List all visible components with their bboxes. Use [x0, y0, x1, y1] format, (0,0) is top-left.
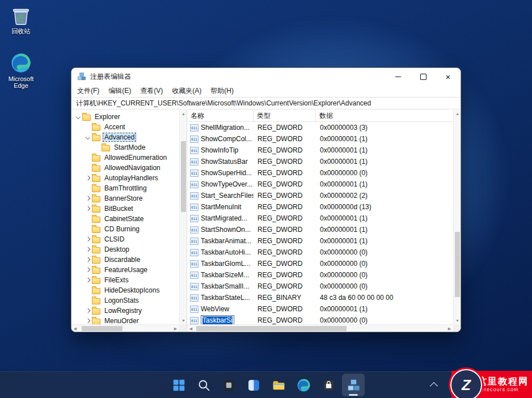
column-header-type[interactable]: 类型 — [254, 110, 316, 121]
tree-item[interactable]: Discardable — [71, 255, 179, 265]
tree-item[interactable]: Accent — [71, 122, 179, 132]
tree-chevron-icon[interactable] — [84, 205, 91, 213]
tree-chevron-icon[interactable] — [84, 185, 91, 192]
menu-item[interactable]: 编辑(E) — [108, 86, 131, 96]
tree-chevron-icon[interactable] — [84, 246, 91, 253]
tree-chevron-icon[interactable] — [84, 287, 91, 294]
menu-item[interactable]: 收藏夹(A) — [172, 86, 201, 96]
tree-item[interactable]: AutoplayHandlers — [71, 173, 179, 183]
tree-chevron-icon[interactable] — [74, 113, 82, 121]
title-bar[interactable]: 注册表编辑器 × — [71, 68, 461, 85]
tree-item[interactable]: BitBucket — [71, 204, 179, 214]
tree-item[interactable]: Advanced — [71, 132, 179, 142]
registry-value-row[interactable]: ShowStatusBar REG_DWORD 0x00000001 (1) — [187, 156, 453, 167]
maximize-button[interactable] — [411, 68, 436, 85]
address-bar[interactable]: 计算机\HKEY_CURRENT_USER\Software\Microsoft… — [71, 97, 461, 109]
rename-input[interactable]: TaskbarSi — [201, 315, 234, 324]
column-header-name[interactable]: 名称 — [187, 110, 254, 121]
tree-item[interactable]: CLSID — [71, 234, 179, 244]
tree-vertical-scrollbar[interactable]: ▲ ▼ — [179, 110, 187, 324]
tree-item[interactable]: HideDesktopIcons — [71, 285, 179, 295]
menu-item[interactable]: 文件(F) — [77, 86, 99, 96]
tree-item[interactable]: BannerStore — [71, 193, 179, 204]
tree-item[interactable]: AllowedNavigation — [71, 163, 179, 173]
registry-value-row[interactable]: ShowInfoTip REG_DWORD 0x00000001 (1) — [187, 145, 453, 156]
registry-value-row[interactable]: ShowCompCol... REG_DWORD 0x00000001 (1) — [187, 133, 453, 145]
tree-horizontal-scrollbar[interactable]: ◀ ▶ — [71, 324, 179, 332]
tree-chevron-icon[interactable] — [84, 226, 91, 233]
tree-chevron-icon[interactable] — [84, 266, 91, 274]
registry-value-row[interactable]: TaskbarSi REG_DWORD 0x00000000 (0) — [187, 315, 453, 324]
widgets-button[interactable] — [242, 374, 265, 396]
tree-hscroll-thumb[interactable] — [82, 326, 123, 331]
tree-chevron-icon[interactable] — [84, 195, 91, 202]
tree-chevron-icon[interactable] — [84, 124, 91, 131]
close-button[interactable]: × — [436, 68, 461, 85]
desktop-icon-edge[interactable]: Microsoft Edge — [2, 52, 40, 90]
scroll-up-icon[interactable]: ▲ — [180, 110, 187, 117]
tray-chevron-up-icon[interactable] — [430, 382, 438, 390]
tree-chevron-icon[interactable] — [84, 164, 91, 172]
scroll-down-icon[interactable]: ▼ — [180, 317, 187, 324]
registry-value-row[interactable]: ShowSuperHid... REG_DWORD 0x00000000 (0) — [187, 167, 453, 179]
scroll-right-icon[interactable]: ▶ — [446, 325, 453, 332]
list-horizontal-scrollbar[interactable]: ◀ ▶ — [187, 324, 453, 332]
tree-item[interactable]: LowRegistry — [71, 306, 179, 316]
store-button[interactable] — [317, 374, 340, 396]
tree-chevron-icon[interactable] — [84, 175, 91, 182]
tree-item[interactable]: BamThrottling — [71, 183, 179, 193]
registry-value-row[interactable]: TaskbarAutoHi... REG_DWORD 0x00000000 (0… — [187, 247, 453, 258]
tree-vscroll-thumb[interactable] — [181, 141, 186, 212]
scroll-down-icon[interactable]: ▼ — [454, 317, 461, 324]
registry-value-row[interactable]: TaskbarAnimat... REG_DWORD 0x00000001 (1… — [187, 235, 453, 247]
tree-item[interactable]: FeatureUsage — [71, 265, 179, 275]
tree-item[interactable]: StartMode — [71, 142, 179, 153]
file-explorer-button[interactable] — [267, 374, 290, 396]
list-hscroll-thumb[interactable] — [196, 326, 347, 331]
search-button[interactable] — [192, 374, 215, 396]
menu-item[interactable]: 帮助(H) — [210, 86, 234, 96]
tree-chevron-icon[interactable] — [84, 154, 91, 162]
tree-item[interactable]: AllowedEnumeration — [71, 153, 179, 163]
tree-chevron-icon[interactable] — [84, 297, 91, 304]
tree-chevron-icon[interactable] — [84, 236, 91, 243]
tree-chevron-icon[interactable] — [84, 134, 91, 141]
tree-item[interactable]: CabinetState — [71, 214, 179, 224]
tree-item[interactable]: MenuOrder — [71, 316, 179, 324]
tree-item[interactable]: Explorer — [71, 112, 179, 122]
menu-item[interactable]: 查看(V) — [140, 86, 163, 96]
column-header-data[interactable]: 数据 — [316, 110, 461, 121]
start-button[interactable] — [167, 374, 190, 396]
scroll-left-icon[interactable]: ◀ — [187, 325, 195, 332]
registry-value-row[interactable]: StartShownOn... REG_DWORD 0x00000001 (1) — [187, 224, 453, 235]
scroll-left-icon[interactable]: ◀ — [71, 325, 79, 332]
scroll-right-icon[interactable]: ▶ — [172, 325, 179, 332]
edge-button[interactable] — [292, 374, 315, 396]
tree-chevron-icon[interactable] — [84, 317, 91, 325]
tree-chevron-icon[interactable] — [94, 144, 101, 151]
scroll-up-icon[interactable]: ▲ — [454, 110, 461, 117]
tree-chevron-icon[interactable] — [84, 215, 91, 223]
registry-value-row[interactable]: TaskbarStateL... REG_BINARY 48 c3 da 60 … — [187, 292, 453, 303]
tree-item[interactable]: Desktop — [71, 244, 179, 255]
registry-value-row[interactable]: TaskbarGlomL... REG_DWORD 0x00000000 (0) — [187, 258, 453, 269]
tree-item[interactable]: LogonStats — [71, 295, 179, 306]
registry-editor-button[interactable] — [342, 374, 365, 396]
tree-chevron-icon[interactable] — [84, 256, 91, 264]
registry-value-row[interactable]: ShowTypeOver... REG_DWORD 0x00000001 (1) — [187, 179, 453, 190]
registry-value-row[interactable]: WebView REG_DWORD 0x00000001 (1) — [187, 303, 453, 315]
tree-chevron-icon[interactable] — [84, 307, 91, 315]
registry-value-row[interactable]: StartMenuInit REG_DWORD 0x0000000d (13) — [187, 201, 453, 213]
registry-value-row[interactable]: TaskbarSizeM... REG_DWORD 0x00000000 (0) — [187, 269, 453, 281]
tree-chevron-icon[interactable] — [84, 277, 91, 284]
registry-value-row[interactable]: StartMigrated... REG_DWORD 0x00000001 (1… — [187, 213, 453, 224]
list-vscroll-thumb[interactable] — [455, 232, 460, 297]
registry-value-row[interactable]: Start_SearchFiles REG_DWORD 0x00000002 (… — [187, 190, 453, 201]
minimize-button[interactable] — [386, 68, 411, 85]
task-view-button[interactable] — [217, 374, 240, 396]
list-vertical-scrollbar[interactable]: ▲ ▼ — [453, 110, 461, 324]
tree-item[interactable]: FileExts — [71, 275, 179, 285]
tree-item[interactable]: CD Burning — [71, 224, 179, 234]
registry-value-row[interactable]: ShellMigration... REG_DWORD 0x00000003 (… — [187, 122, 453, 133]
registry-value-row[interactable]: TaskbarSmallI... REG_DWORD 0x00000000 (0… — [187, 281, 453, 292]
